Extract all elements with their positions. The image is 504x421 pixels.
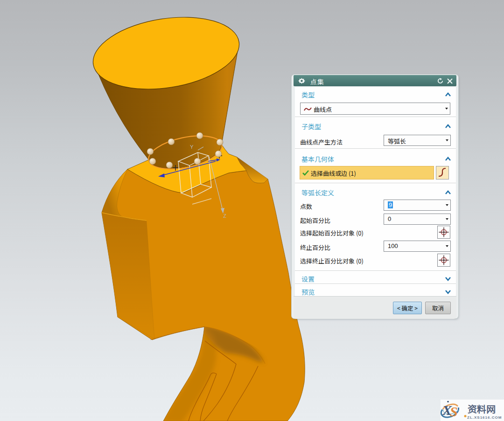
svg-text:Z: Z: [223, 213, 226, 219]
svg-text:S: S: [450, 404, 458, 419]
svg-text:ZL.XS1616.COM: ZL.XS1616.COM: [467, 415, 502, 420]
svg-text:Y: Y: [190, 144, 194, 150]
svg-text:资料网: 资料网: [468, 402, 496, 415]
